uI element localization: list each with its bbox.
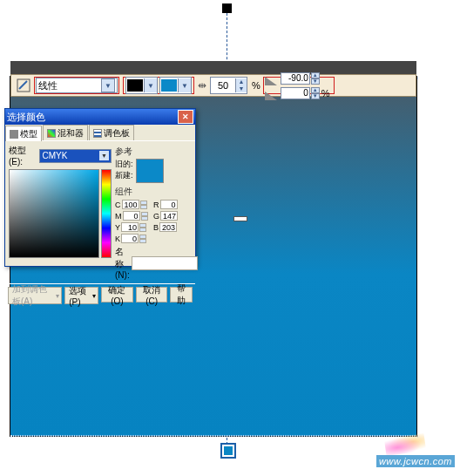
spin-up-icon[interactable]: ▲ (235, 78, 247, 85)
color-name-input[interactable] (132, 256, 198, 270)
ok-button[interactable]: 确定(O) (101, 287, 133, 303)
chevron-down-icon[interactable]: ▼ (178, 78, 191, 92)
color-field[interactable] (9, 169, 99, 258)
spin-up-icon[interactable]: ▲ (311, 72, 320, 78)
comp-y-value[interactable]: 10 (121, 222, 139, 232)
angle-value[interactable]: -90.0 (281, 72, 310, 85)
edge-pad-icon (265, 86, 279, 100)
angle-icon (265, 71, 279, 85)
reference-label: 参考 (115, 146, 192, 158)
swatch-blue (161, 79, 177, 92)
percent-label: % (321, 88, 330, 99)
midpoint-spinner[interactable]: ▲▼ (210, 77, 247, 94)
gradient-type-select[interactable]: 线性 ▼ (36, 78, 118, 93)
add-to-palette-button: 加到调色板(A) (8, 287, 62, 304)
comp-key: B (153, 223, 159, 232)
edge-pad-value[interactable]: 0 (281, 87, 310, 99)
gradient-midpoint-handle[interactable] (233, 216, 247, 221)
gradient-toolbar: 线性 ▼ ▼ ▼ ⇹ ▲▼ % -90.0 ▲▼ 0 ▲▼ (10, 74, 416, 97)
highlighted-color-stops-group: ▼ ▼ (123, 77, 194, 94)
options-button[interactable]: 选项(P) (64, 287, 98, 304)
hue-slider[interactable] (101, 169, 112, 258)
percent-label: % (252, 80, 260, 91)
comp-key: M (115, 212, 122, 221)
old-label: 旧的: (115, 160, 133, 168)
swatch-black (127, 79, 143, 92)
comp-k-value[interactable]: 0 (121, 234, 139, 243)
tab-mixer[interactable]: 混和器 (43, 125, 88, 140)
selection-edge-bottom (10, 435, 418, 437)
comp-m-value[interactable]: 0 (123, 211, 140, 221)
new-label: 新建: (115, 171, 133, 180)
comp-g-value[interactable]: 147 (160, 211, 178, 221)
chevron-down-icon[interactable]: ▼ (99, 151, 109, 160)
help-button[interactable]: 帮助 (170, 287, 193, 303)
name-label: 名称(N): (115, 246, 130, 280)
comp-b-value[interactable]: 203 (159, 222, 177, 232)
comp-key: K (115, 235, 120, 243)
end-color-swatch[interactable]: ▼ (159, 77, 192, 94)
highlighted-angle-group: -90.0 ▲▼ 0 ▲▼ % (263, 77, 335, 94)
comp-c-value[interactable]: 100 (122, 200, 139, 209)
highlighted-gradient-type-group: 线性 ▼ (34, 77, 119, 94)
dialog-tabs: 模型 混和器 调色板 (5, 125, 195, 141)
watermark-text: www.jcwcn.com (376, 455, 455, 467)
spin-down-icon[interactable]: ▼ (311, 93, 320, 99)
close-icon[interactable]: ✕ (178, 110, 193, 124)
start-color-swatch[interactable]: ▼ (125, 77, 158, 94)
color-components: C100 R0 M0 G147 Y10 B203 K0 (115, 200, 192, 243)
midpoint-value[interactable] (211, 80, 235, 91)
dialog-titlebar[interactable]: 选择颜色 ✕ (5, 109, 195, 125)
reference-swatch[interactable] (136, 159, 164, 183)
tab-label: 混和器 (58, 127, 84, 139)
spin-down-icon[interactable]: ▼ (235, 85, 247, 92)
chevron-down-icon[interactable]: ▼ (144, 78, 157, 92)
comp-key: R (153, 201, 159, 209)
cancel-button[interactable]: 取消(C) (136, 287, 167, 303)
midpoint-icon: ⇹ (196, 79, 208, 92)
tab-label: 模型 (20, 128, 37, 140)
comp-key: C (115, 201, 121, 209)
model-label: 模型(E): (9, 145, 39, 167)
dialog-title: 选择颜色 (7, 111, 45, 124)
dialog-footer: 加到调色板(A) 选项(P) 确定(O) 取消(C) 帮助 (5, 283, 195, 307)
gradient-start-handle[interactable] (222, 3, 232, 13)
comp-key: Y (115, 223, 120, 232)
chevron-down-icon[interactable]: ▼ (101, 78, 115, 92)
gradient-tool-icon[interactable] (15, 77, 32, 94)
color-model-value: CMYK (42, 151, 67, 160)
tab-label: 调色板 (104, 127, 130, 139)
spin-down-icon[interactable]: ▼ (311, 78, 320, 85)
components-label: 组件 (115, 186, 192, 198)
select-color-dialog: 选择颜色 ✕ 模型 混和器 调色板 模型(E): CMYK ▼ 参考 (4, 108, 196, 267)
spin-up-icon[interactable]: ▲ (311, 87, 320, 93)
color-model-select[interactable]: CMYK ▼ (39, 149, 112, 163)
comp-key: G (153, 212, 159, 221)
tab-palette[interactable]: 调色板 (89, 125, 134, 140)
gradient-type-value: 线性 (38, 79, 58, 92)
gradient-end-handle[interactable] (224, 446, 233, 455)
comp-r-value[interactable]: 0 (160, 200, 178, 209)
tab-model[interactable]: 模型 (5, 126, 42, 141)
